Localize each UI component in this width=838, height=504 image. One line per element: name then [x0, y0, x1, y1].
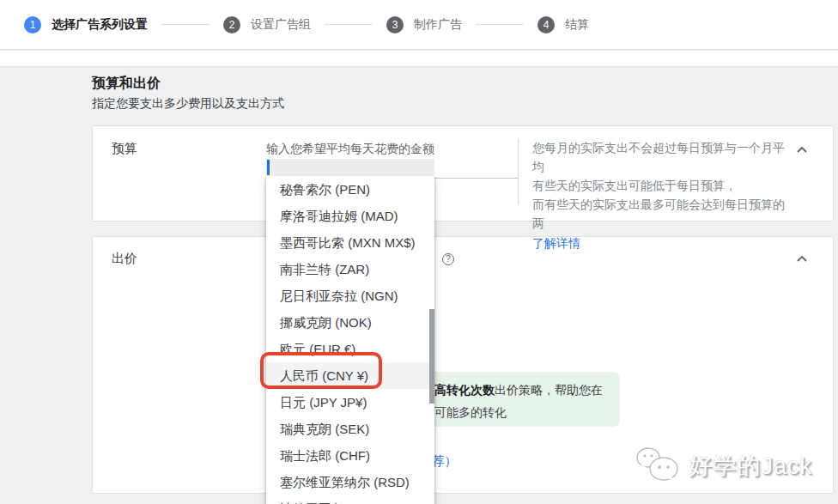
collapse-chevron-icon[interactable] [795, 143, 809, 157]
collapse-chevron-icon[interactable] [795, 252, 809, 266]
help-icon[interactable]: ? [442, 253, 454, 265]
dropdown-item[interactable]: 日元 (JPY JP¥) [266, 389, 434, 416]
dropdown-item[interactable]: 南非兰特 (ZAR) [266, 256, 434, 282]
dropdown-item[interactable]: 秘鲁索尔 (PEN) [266, 176, 434, 203]
dropdown-item-label: 瑞士法郎 (CHF) [280, 448, 370, 463]
dropdown-item[interactable]: 人民币 (CNY ¥) [266, 362, 434, 389]
step-2-circle: 2 [223, 16, 240, 33]
step-3-circle: 3 [386, 16, 404, 33]
text-cursor [267, 160, 270, 175]
budget-input-hint: 输入您希望平均每天花费的金额 [266, 142, 434, 157]
dropdown-item-label: 南非兰特 (ZAR) [280, 262, 369, 276]
dropdown-item[interactable]: 塞尔维亚第纳尔 (RSD) [266, 469, 434, 495]
dropdown-item-label: 墨西哥比索 (MXN MX$) [280, 235, 416, 250]
dropdown-item[interactable]: 瑞士法郎 (CHF) [266, 442, 434, 469]
dropdown-item-label: 欧元 (EUR €) [280, 342, 355, 356]
dropdown-item[interactable]: 尼日利亚奈拉 (NGN) [266, 282, 434, 309]
dropdown-item-label: 塞尔维亚第纳尔 (RSD) [280, 475, 410, 489]
dropdown-item-label: 尼日利亚奈拉 (NGN) [280, 288, 398, 303]
step-1-label: 选择广告系列设置 [52, 17, 148, 33]
stepper-connector [325, 24, 373, 25]
dropdown-item[interactable]: 摩洛哥迪拉姆 (MAD) [266, 203, 434, 229]
header-subband [0, 51, 838, 66]
stepper-connector [476, 24, 524, 25]
bidding-card [92, 236, 834, 494]
stepper-connector [161, 24, 210, 25]
step-3-create-ad[interactable]: 3 制作广告 [386, 16, 462, 33]
note-line-2: 尽可能多的转化 [422, 401, 606, 423]
conversion-strategy-note: 提高转化次数出价策略，帮助您在 尽可能多的转化 [409, 372, 620, 427]
currency-dropdown-menu: 秘鲁索尔 (PEN) 摩洛哥迪拉姆 (MAD) 墨西哥比索 (MXN MX$) … [266, 176, 434, 504]
help-line: 有些天的实际支出可能低于每日预算， [532, 176, 790, 195]
stepper-bar: 1 选择广告系列设置 2 设置广告组 3 制作广告 4 结算 [0, 0, 838, 50]
dropdown-item-label: 瑞典克朗 (SEK) [280, 422, 369, 436]
step-3-label: 制作广告 [414, 17, 462, 33]
learn-more-link[interactable]: 了解详情 [532, 234, 580, 252]
step-4-circle: 4 [537, 16, 555, 33]
help-line: 您每月的实际支出不会超过每日预算与一个月平均 [532, 138, 790, 176]
step-1-campaign-settings[interactable]: 1 选择广告系列设置 [24, 16, 148, 33]
help-line: 而有些天的实际支出最多可能会达到每日预算的两 [532, 195, 790, 233]
campaign-settings-page: 1 选择广告系列设置 2 设置广告组 3 制作广告 4 结算 预算和出价 指定您… [0, 0, 838, 504]
dropdown-scrollbar-thumb[interactable] [429, 309, 434, 404]
dropdown-item[interactable]: 挪威克朗 (NOK) [266, 309, 434, 336]
dropdown-item-label: 挪威克朗 (NOK) [280, 315, 372, 330]
dropdown-item[interactable]: 欧元 (EUR €) [266, 336, 434, 362]
budget-label: 预算 [112, 141, 137, 157]
dropdown-item-label: 秘鲁索尔 (PEN) [280, 182, 370, 197]
dropdown-item[interactable]: 瑞典克朗 (SEK) [266, 416, 434, 442]
step-4-billing[interactable]: 4 结算 [537, 16, 589, 33]
dropdown-item-label: 日元 (JPY JP¥) [280, 395, 367, 410]
dropdown-item-label: 人民币 (CNY ¥) [280, 368, 368, 383]
section-title: 预算和出价 [92, 75, 161, 93]
budget-help-panel: 您每月的实际支出不会超过每日预算与一个月平均 有些天的实际支出可能低于每日预算，… [532, 138, 790, 252]
input-underline [434, 178, 518, 179]
section-subtitle: 指定您要支出多少费用以及支出方式 [92, 96, 284, 112]
note-line-1: 提高转化次数出价策略，帮助您在 [422, 379, 606, 401]
step-2-label: 设置广告组 [251, 17, 311, 33]
step-1-circle: 1 [24, 16, 41, 33]
currency-select-field[interactable] [266, 159, 434, 176]
dropdown-item[interactable]: 沙特里亚尔 (SAR) [266, 495, 434, 504]
step-4-label: 结算 [565, 17, 589, 33]
dropdown-item-label: 摩洛哥迪拉姆 (MAD) [280, 209, 398, 223]
dropdown-item[interactable]: 墨西哥比索 (MXN MX$) [266, 229, 434, 256]
bidding-label: 出价 [112, 251, 137, 267]
card-divider [518, 139, 519, 204]
step-2-ad-group[interactable]: 2 设置广告组 [223, 16, 311, 33]
